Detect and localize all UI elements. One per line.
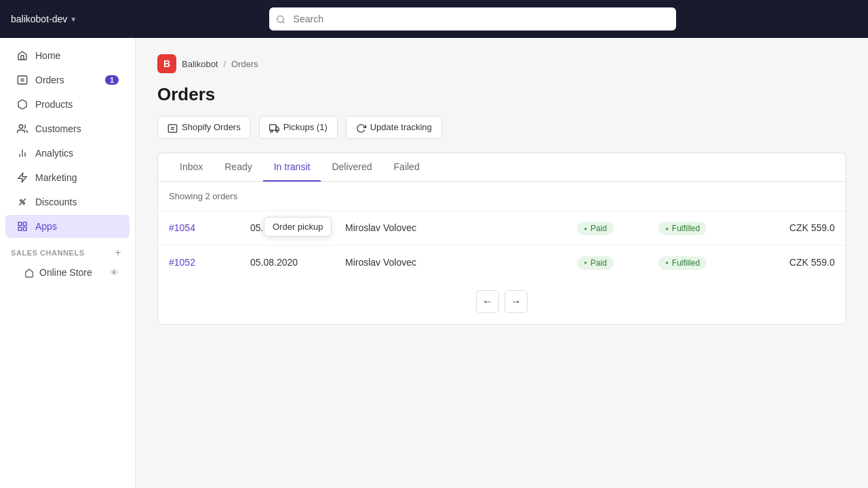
search-input[interactable] xyxy=(269,7,676,30)
fulfilled-badge-1054: Fulfilled xyxy=(658,222,707,235)
svg-rect-13 xyxy=(18,222,22,226)
online-store-icon xyxy=(24,267,34,278)
logo-text: B xyxy=(163,58,170,69)
orders-badge: 1 xyxy=(105,75,119,85)
main-content: B Balikobot / Orders Orders Shopify Orde… xyxy=(136,38,868,488)
prev-page-button[interactable]: ← xyxy=(476,290,499,313)
shopify-orders-button[interactable]: Shopify Orders xyxy=(157,116,251,139)
paid-badge-1052: Paid xyxy=(577,256,614,270)
online-store-label: Online Store xyxy=(39,267,92,278)
update-tracking-label: Update tracking xyxy=(370,122,432,132)
shopify-orders-icon xyxy=(167,121,178,134)
svg-rect-2 xyxy=(18,76,26,84)
order-fulfillment-1052: Fulfilled xyxy=(658,255,753,270)
breadcrumb-separator: / xyxy=(223,59,226,69)
store-selector[interactable]: balikobot-dev ▼ xyxy=(11,14,77,24)
sidebar-label-discounts: Discounts xyxy=(35,197,77,207)
svg-point-11 xyxy=(23,203,25,205)
tooltip-order-pickup: Order pickup xyxy=(264,217,332,237)
table-row[interactable]: #1052 05.08.2020 Miroslav Volovec Paid F… xyxy=(158,245,846,279)
showing-label: Showing 2 orders xyxy=(158,182,846,211)
order-customer-1052: Miroslav Volovec xyxy=(345,257,577,268)
sidebar-item-online-store[interactable]: Online Store 👁 xyxy=(5,262,130,283)
sidebar-item-apps[interactable]: Apps xyxy=(5,215,130,238)
analytics-icon xyxy=(16,147,28,159)
discounts-icon xyxy=(16,196,28,208)
sidebar-label-orders: Orders xyxy=(35,75,64,85)
table-row[interactable]: #1054 05.0 Order pickup Miroslav Volovec… xyxy=(158,211,846,246)
pickups-button[interactable]: Pickups (1) xyxy=(259,116,338,139)
tabs: Inbox Ready In transit Delivered Failed xyxy=(158,153,846,182)
tab-failed[interactable]: Failed xyxy=(383,153,431,182)
sidebar-label-home: Home xyxy=(35,50,60,61)
tab-ready[interactable]: Ready xyxy=(214,153,262,182)
fulfilled-badge-1052: Fulfilled xyxy=(658,256,707,270)
tab-inbox[interactable]: Inbox xyxy=(169,153,214,182)
sidebar: Home Orders 1 Products xyxy=(0,38,136,488)
sidebar-item-products[interactable]: Products xyxy=(5,93,130,116)
update-tracking-icon xyxy=(356,121,366,134)
pickups-icon xyxy=(269,121,279,134)
tab-delivered[interactable]: Delivered xyxy=(321,153,382,182)
sidebar-label-marketing: Marketing xyxy=(35,172,77,183)
sidebar-item-analytics[interactable]: Analytics xyxy=(5,142,130,165)
customers-icon xyxy=(16,123,28,135)
pagination: ← → xyxy=(158,279,846,324)
breadcrumb: B Balikobot / Orders xyxy=(157,54,846,73)
paid-badge-1054: Paid xyxy=(577,222,614,235)
pickups-label: Pickups (1) xyxy=(283,122,328,132)
sidebar-item-marketing[interactable]: Marketing xyxy=(5,166,130,189)
sidebar-item-home[interactable]: Home xyxy=(5,44,130,67)
svg-rect-14 xyxy=(23,222,26,226)
breadcrumb-current: Orders xyxy=(231,59,258,69)
sidebar-label-customers: Customers xyxy=(35,123,81,134)
orders-table: #1054 05.0 Order pickup Miroslav Volovec… xyxy=(158,211,846,279)
order-date-1054: 05.0 Order pickup xyxy=(250,222,345,233)
store-chevron-icon: ▼ xyxy=(70,16,77,23)
svg-line-1 xyxy=(282,22,284,24)
sidebar-label-analytics: Analytics xyxy=(35,148,73,159)
svg-rect-16 xyxy=(23,227,26,230)
action-bar: Shopify Orders Pickups (1) Update tracki… xyxy=(157,116,846,139)
order-amount-1054: CZK 559.0 xyxy=(753,222,835,233)
sales-channels-label: SALES CHANNELS xyxy=(11,249,85,257)
sidebar-label-products: Products xyxy=(35,99,73,110)
products-icon xyxy=(16,98,28,110)
order-amount-1052: CZK 559.0 xyxy=(753,257,835,268)
balikobot-logo: B xyxy=(157,54,176,73)
svg-rect-17 xyxy=(168,124,177,131)
search-container xyxy=(269,7,676,30)
order-fulfillment-1054: Fulfilled xyxy=(658,221,753,236)
search-icon xyxy=(276,14,285,24)
sidebar-item-orders[interactable]: Orders 1 xyxy=(5,68,130,92)
orders-icon xyxy=(16,74,28,86)
svg-point-10 xyxy=(20,200,22,202)
topbar: balikobot-dev ▼ xyxy=(0,0,868,38)
order-id-1052[interactable]: #1052 xyxy=(169,257,250,268)
svg-point-0 xyxy=(277,16,283,22)
sidebar-label-apps: Apps xyxy=(35,221,57,232)
marketing-icon xyxy=(16,171,28,184)
next-page-button[interactable]: → xyxy=(505,290,528,313)
layout: Home Orders 1 Products xyxy=(0,38,868,488)
order-payment-1052: Paid xyxy=(577,255,658,270)
sidebar-item-customers[interactable]: Customers xyxy=(5,117,130,140)
sidebar-item-discounts[interactable]: Discounts xyxy=(5,190,130,214)
home-icon xyxy=(16,49,28,62)
svg-rect-15 xyxy=(18,227,22,230)
order-customer-1054: Miroslav Volovec xyxy=(345,222,577,233)
svg-point-5 xyxy=(19,125,22,128)
online-store-visibility-icon: 👁 xyxy=(110,268,119,278)
order-id-1054[interactable]: #1054 xyxy=(169,222,250,233)
apps-icon xyxy=(16,220,28,232)
svg-point-22 xyxy=(276,130,278,132)
breadcrumb-store-link[interactable]: Balikobot xyxy=(182,59,218,69)
sales-channels-section: SALES CHANNELS + xyxy=(0,239,135,262)
tab-in-transit[interactable]: In transit xyxy=(263,153,321,182)
store-name: balikobot-dev xyxy=(11,14,67,24)
shopify-orders-label: Shopify Orders xyxy=(182,122,241,132)
add-sales-channel-button[interactable]: + xyxy=(112,247,124,259)
orders-card: Inbox Ready In transit Delivered Failed … xyxy=(157,152,846,325)
svg-rect-20 xyxy=(269,124,275,129)
update-tracking-button[interactable]: Update tracking xyxy=(346,116,442,139)
